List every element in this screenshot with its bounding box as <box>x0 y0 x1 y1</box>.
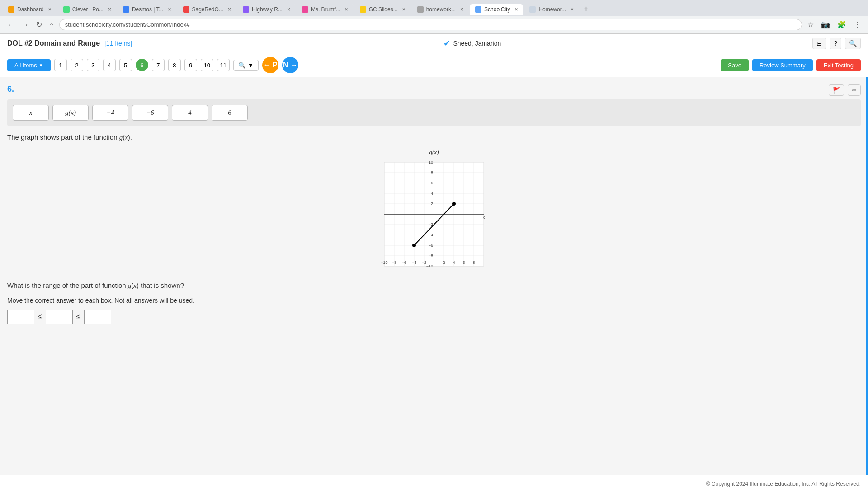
footer: © Copyright 2024 Illuminate Education, I… <box>0 475 868 488</box>
tab-close[interactable]: × <box>228 6 231 13</box>
tab-close[interactable]: × <box>402 6 406 13</box>
zoom-button[interactable]: 🔍 <box>845 38 861 49</box>
svg-text:−8: −8 <box>429 253 433 258</box>
app-header: DOL #2 Domain and Range [11 Items] ✔ Sne… <box>0 34 868 53</box>
forward-button[interactable]: → <box>20 19 31 31</box>
svg-text:−6: −6 <box>429 243 433 248</box>
answer-instruction: Move the correct answer to each box. Not… <box>7 297 861 304</box>
tab-close[interactable]: × <box>168 6 171 13</box>
tab-dashboard[interactable]: Dashboard × <box>3 4 57 15</box>
svg-text:x: x <box>483 215 485 220</box>
user-check-icon: ✔ <box>443 38 450 48</box>
tile-x[interactable]: x <box>13 105 49 121</box>
tab-label: Highway R... <box>252 6 283 13</box>
svg-text:6: 6 <box>462 260 465 265</box>
prev-item-button[interactable]: ← P <box>262 57 278 73</box>
bookmark-button[interactable]: ☆ <box>806 19 816 31</box>
graph-container: g(x) <box>7 149 861 271</box>
svg-text:−4: −4 <box>429 233 433 237</box>
tab-sage[interactable]: SageRedO... × <box>178 4 236 15</box>
svg-text:4: 4 <box>431 191 433 196</box>
item-button-6[interactable]: 6 <box>136 59 148 71</box>
tile-neg4[interactable]: −4 <box>92 105 128 121</box>
answer-box-1[interactable] <box>7 310 34 324</box>
tab-close[interactable]: × <box>48 6 52 13</box>
app-title: DOL #2 Domain and Range [11 Items] <box>7 39 132 47</box>
settings-button[interactable]: ⊟ <box>812 38 826 49</box>
prev-arrow-icon: ← P <box>263 61 277 69</box>
save-button[interactable]: Save <box>721 59 749 71</box>
svg-text:4: 4 <box>453 260 455 265</box>
answer-box-3[interactable] <box>84 310 111 324</box>
right-accent-bar <box>866 77 868 475</box>
menu-button[interactable]: ⋮ <box>852 19 863 31</box>
tab-close[interactable]: × <box>287 6 290 13</box>
browser-chrome: Dashboard × Clever | Po... × Desmos | T.… <box>0 0 868 34</box>
review-summary-button[interactable]: Review Summary <box>752 59 813 71</box>
content-area: 🚩 ✏ 6. x g(x) −4 −6 4 6 The graph shows … <box>0 77 868 475</box>
tab-label: Dashboard <box>17 6 44 13</box>
tab-label: homework... <box>426 6 456 13</box>
next-item-button[interactable]: N → <box>282 57 298 73</box>
svg-text:−10: −10 <box>381 260 387 265</box>
item-button-8[interactable]: 8 <box>168 59 181 71</box>
svg-text:8: 8 <box>431 170 433 175</box>
tile-neg6[interactable]: −6 <box>132 105 168 121</box>
item-button-3[interactable]: 3 <box>87 59 99 71</box>
item-button-7[interactable]: 7 <box>152 59 165 71</box>
screenshot-button[interactable]: 📷 <box>819 19 832 31</box>
add-tab-button[interactable]: + <box>580 3 592 16</box>
tab-close[interactable]: × <box>108 6 111 13</box>
item-button-1[interactable]: 1 <box>54 59 67 71</box>
tile-4[interactable]: 4 <box>172 105 208 121</box>
tab-brumf[interactable]: Ms. Brumf... × <box>297 4 354 15</box>
tab-highway[interactable]: Highway R... × <box>237 4 296 15</box>
item-button-2[interactable]: 2 <box>71 59 83 71</box>
refresh-button[interactable]: ↻ <box>34 19 44 31</box>
tab-homework2[interactable]: Homewor... × <box>524 4 579 15</box>
coordinate-graph: −10 −8 −6 −4 −2 2 4 6 8 x 10 8 6 4 <box>380 158 488 271</box>
tab-favicon <box>63 6 70 13</box>
tab-schoolcity[interactable]: SchoolCity × <box>470 4 523 15</box>
extensions-button[interactable]: 🧩 <box>835 19 848 31</box>
tab-desmos[interactable]: Desmos | T... × <box>118 4 177 15</box>
tab-close[interactable]: × <box>460 6 463 13</box>
svg-text:8: 8 <box>472 260 475 265</box>
tab-gcslides[interactable]: GC Slides... × <box>354 4 411 15</box>
home-button[interactable]: ⌂ <box>47 19 56 31</box>
url-bar[interactable]: student.schoolcity.com/student/Common/In… <box>59 19 802 30</box>
answer-box-2[interactable] <box>46 310 73 324</box>
item-button-4[interactable]: 4 <box>103 59 116 71</box>
tab-close[interactable]: × <box>514 6 518 13</box>
edit-button[interactable]: ✏ <box>848 84 861 96</box>
user-name: Sneed, Jamarion <box>453 40 501 47</box>
exit-testing-button[interactable]: Exit Testing <box>816 59 861 71</box>
search-button[interactable]: 🔍 ▼ <box>233 60 259 71</box>
flag-button[interactable]: 🚩 <box>829 84 844 96</box>
flag-edit-buttons: 🚩 ✏ <box>829 84 861 96</box>
all-items-label: All Items <box>14 62 37 69</box>
header-icons: ⊟ ? 🔍 <box>812 38 861 49</box>
svg-text:6: 6 <box>431 181 433 185</box>
question-text: The graph shows part of the function g(x… <box>7 133 861 141</box>
tiles-container: x g(x) −4 −6 4 6 <box>7 99 861 126</box>
address-bar: ← → ↻ ⌂ student.schoolcity.com/student/C… <box>0 16 868 33</box>
item-button-11[interactable]: 11 <box>217 59 230 71</box>
tile-gx[interactable]: g(x) <box>52 105 89 121</box>
tab-clever[interactable]: Clever | Po... × <box>58 4 117 15</box>
item-button-5[interactable]: 5 <box>119 59 132 71</box>
tile-6[interactable]: 6 <box>212 105 248 121</box>
all-items-button[interactable]: All Items ▼ <box>7 59 51 71</box>
tab-label: GC Slides... <box>369 6 398 13</box>
item-button-9[interactable]: 9 <box>184 59 197 71</box>
item-button-10[interactable]: 10 <box>201 59 213 71</box>
next-arrow-icon: N → <box>283 61 297 69</box>
question-number: 6. <box>7 84 861 94</box>
tab-label: SchoolCity <box>484 6 510 13</box>
tab-close[interactable]: × <box>345 6 348 13</box>
svg-text:10: 10 <box>429 160 433 164</box>
info-button[interactable]: ? <box>830 38 841 49</box>
back-button[interactable]: ← <box>5 19 16 31</box>
tab-close[interactable]: × <box>571 6 574 13</box>
tab-homework[interactable]: homework... × <box>412 4 469 15</box>
